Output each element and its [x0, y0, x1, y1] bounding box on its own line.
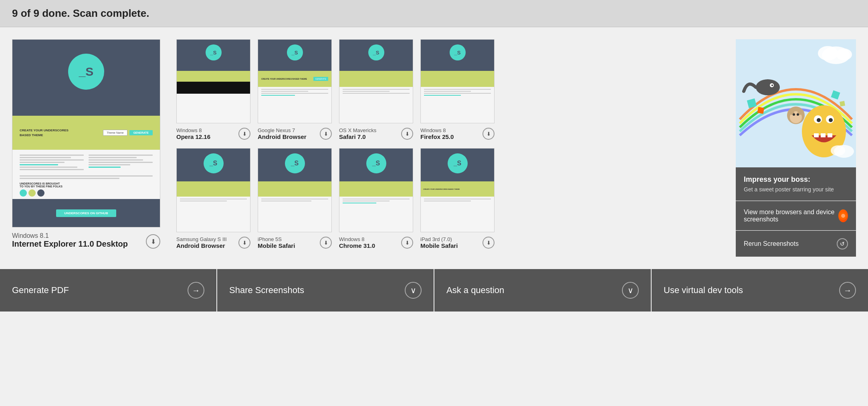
generate-pdf-label: Generate PDF: [12, 285, 69, 295]
os-8: iPad 3rd (7.0): [420, 236, 458, 242]
sidebar-promo: Impress your boss: Get a sweet poster st…: [736, 167, 856, 201]
svg-rect-15: [814, 133, 819, 137]
download-button-6[interactable]: ⬇: [320, 237, 332, 249]
screenshot-item-7: _S Windows 8 Chrome 31.0 ⬇: [339, 148, 413, 249]
svg-point-2: [818, 46, 838, 60]
thumb-3: _S: [339, 39, 413, 123]
rerun-icon: ↺: [837, 238, 848, 249]
rerun-text: Rerun Screenshots: [744, 240, 799, 247]
arrow-icon-2: →: [839, 282, 856, 299]
browser-4: Firefox 25.0: [420, 133, 454, 140]
download-button-3[interactable]: ⬇: [401, 128, 413, 140]
status-bar: 9 of 9 done. Scan complete.: [0, 0, 868, 27]
sidebar: Impress your boss: Get a sweet poster st…: [736, 39, 856, 257]
browser-2: Android Browser: [258, 133, 307, 140]
svg-point-29: [831, 145, 845, 156]
thumb-7: _S: [339, 148, 413, 232]
arrow-icon-1: →: [188, 282, 204, 299]
svg-point-27: [797, 113, 799, 116]
screenshot-item-1: _S Windows 8 Opera 12.16 ⬇: [176, 39, 250, 140]
svg-rect-7: [840, 101, 845, 107]
chevron-icon-2: ∨: [622, 282, 639, 299]
thumb-1: _S: [176, 39, 250, 123]
browser-5: Android Browser: [176, 242, 227, 249]
sidebar-poster: [736, 39, 856, 167]
svg-point-9: [808, 109, 840, 137]
thumb-2: _S CREATE YOUR UNDERSCORES BASED THEME G…: [258, 39, 332, 123]
screenshots-grid: _S Windows 8 Opera 12.16 ⬇: [176, 39, 728, 257]
screenshot-item-5: _S Samsung Galaxy S III Android Browser …: [176, 148, 250, 249]
thumb-8: _S CREATE YOUR UNDERSCORES BASED THEME: [420, 148, 495, 232]
thumb-6: _S: [258, 148, 332, 232]
thumb-5: _S: [176, 148, 250, 232]
download-button-4[interactable]: ⬇: [482, 128, 495, 140]
browser-1: Opera 12.16: [176, 133, 210, 140]
browser-8: Mobile Safari: [420, 242, 458, 249]
generate-pdf-button[interactable]: Generate PDF →: [0, 269, 217, 312]
browser-3: Safari 7.0: [339, 133, 376, 140]
svg-rect-5: [757, 107, 764, 114]
os-6: iPhone 5S: [258, 236, 295, 242]
download-button-8[interactable]: ⬇: [482, 237, 495, 249]
screenshot-item-4: _S Windows 8 Firefox 25.0 ⬇: [420, 39, 495, 140]
os-5: Samsung Galaxy S III: [176, 236, 227, 242]
screenshot-item-2: _S CREATE YOUR UNDERSCORES BASED THEME G…: [258, 39, 332, 140]
featured-thumb: _S CREATE YOUR UNDERSCORESBASED THEME Th…: [12, 39, 160, 227]
featured-info: Windows 8.1 Internet Explorer 11.0 Deskt…: [12, 232, 160, 249]
thumb-4: _S: [420, 39, 495, 123]
download-button-2[interactable]: ⬇: [320, 128, 332, 140]
view-more-link[interactable]: View more browsers and device screenshot…: [736, 201, 856, 230]
view-more-text: View more browsers and device screenshot…: [744, 209, 838, 223]
promo-title: Impress your boss:: [744, 175, 848, 184]
screenshot-item-8: _S CREATE YOUR UNDERSCORES BASED THEME i…: [420, 148, 495, 249]
download-button-1[interactable]: ⬇: [238, 128, 250, 140]
rerun-link[interactable]: Rerun Screenshots ↺: [736, 231, 856, 257]
svg-rect-17: [828, 133, 832, 137]
browser-7: Chrome 31.0: [339, 242, 375, 249]
screenshot-item-6: _S iPhone 5S Mobile Safari ⬇: [258, 148, 332, 249]
svg-point-26: [793, 113, 795, 116]
os-7: Windows 8: [339, 236, 375, 242]
ask-question-button[interactable]: Ask a question ∨: [434, 269, 652, 312]
screenshot-item-3: _S OS X Mavericks Safari 7.0 ⬇: [339, 39, 413, 140]
promo-desc: Get a sweet poster starring your site: [744, 186, 848, 193]
browserstack-icon: [838, 209, 848, 222]
ask-question-label: Ask a question: [446, 285, 504, 295]
featured-screenshot: _S CREATE YOUR UNDERSCORESBASED THEME Th…: [12, 39, 160, 257]
status-text: 9 of 9 done. Scan complete.: [12, 7, 149, 19]
svg-point-12: [817, 118, 821, 122]
featured-download-button[interactable]: ⬇: [146, 234, 160, 249]
logo-text: _S: [79, 65, 94, 78]
chevron-icon-1: ∨: [405, 282, 422, 299]
svg-rect-16: [821, 133, 826, 137]
featured-browser: Internet Explorer 11.0 Desktop: [12, 239, 128, 249]
os-1: Windows 8: [176, 127, 210, 133]
os-4: Windows 8: [420, 127, 454, 133]
os-3: OS X Mavericks: [339, 127, 376, 133]
main-content: _S CREATE YOUR UNDERSCORESBASED THEME Th…: [0, 27, 868, 257]
share-screenshots-button[interactable]: Share Screenshots ∨: [217, 269, 434, 312]
download-button-5[interactable]: ⬇: [238, 237, 250, 249]
svg-point-31: [841, 214, 845, 218]
browser-6: Mobile Safari: [258, 242, 295, 249]
svg-point-21: [771, 84, 773, 86]
os-2: Google Nexus 7: [258, 127, 307, 133]
svg-point-3: [836, 48, 852, 60]
share-screenshots-label: Share Screenshots: [229, 285, 304, 295]
virtual-dev-tools-label: Use virtual dev tools: [664, 285, 743, 295]
download-button-7[interactable]: ⬇: [401, 237, 413, 249]
action-bar: Generate PDF → Share Screenshots ∨ Ask a…: [0, 269, 868, 312]
virtual-dev-tools-button[interactable]: Use virtual dev tools →: [652, 269, 868, 312]
featured-os: Windows 8.1: [12, 232, 128, 239]
svg-point-13: [829, 118, 833, 122]
